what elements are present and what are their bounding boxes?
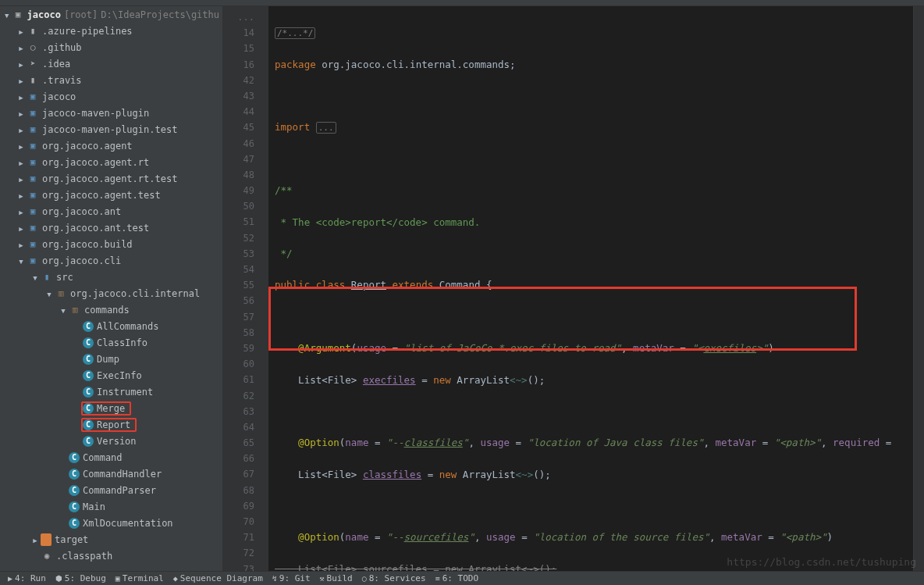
chevron-right-icon[interactable] bbox=[16, 223, 27, 234]
chevron-right-icon[interactable] bbox=[16, 42, 27, 53]
project-tree[interactable]: ▣ jacoco [root] D:\IdeaProjects\githu ▮.… bbox=[0, 6, 223, 571]
chevron-down-icon[interactable] bbox=[16, 255, 27, 266]
tree-item-command[interactable]: CCommand bbox=[0, 449, 222, 466]
chevron-down-icon[interactable] bbox=[58, 305, 69, 316]
tree-item-allcommands[interactable]: CAllCommands bbox=[0, 318, 222, 334]
status-build[interactable]: ⚒Build bbox=[315, 572, 357, 585]
status-debug[interactable]: ⬢5: Debug bbox=[51, 572, 111, 585]
tree-label: target bbox=[55, 534, 88, 545]
chevron-right-icon[interactable] bbox=[16, 59, 27, 70]
line-number: 67 bbox=[223, 466, 254, 482]
tree-item-org-jacoco-ant[interactable]: ▣org.jacoco.ant bbox=[0, 203, 222, 219]
tree-item-src[interactable]: ▮src bbox=[0, 269, 222, 285]
chevron-right-icon[interactable] bbox=[16, 91, 27, 102]
tree-item-dump[interactable]: CDump bbox=[0, 351, 222, 367]
tree-label: org.jacoco.cli bbox=[42, 255, 121, 266]
tree-label: org.jacoco.agent.rt bbox=[42, 157, 149, 168]
chevron-down-icon[interactable] bbox=[44, 288, 55, 299]
tree-item--travis[interactable]: ▮.travis bbox=[0, 72, 222, 88]
status-sequence[interactable]: ◆Sequence Diagram bbox=[169, 572, 268, 585]
pkg-icon: ▥ bbox=[55, 287, 67, 300]
class-icon: C bbox=[83, 436, 94, 447]
code-editor[interactable]: ...1415164243444546474849505152535455565… bbox=[223, 6, 924, 571]
tree-root[interactable]: ▣ jacoco [root] D:\IdeaProjects\githu bbox=[0, 6, 222, 23]
tree-item-version[interactable]: CVersion bbox=[0, 433, 222, 449]
line-number: 68 bbox=[223, 483, 254, 498]
status-terminal[interactable]: ▣Terminal bbox=[111, 572, 169, 585]
tree-item-merge[interactable]: CMerge bbox=[0, 400, 222, 416]
tree-item-commandparser[interactable]: CCommandParser bbox=[0, 482, 222, 498]
tree-item-classinfo[interactable]: CClassInfo bbox=[0, 334, 222, 351]
tree-item-org-jacoco-agent-test[interactable]: ▣org.jacoco.agent.test bbox=[0, 187, 222, 203]
line-number: 55 bbox=[223, 277, 254, 293]
chevron-right-icon[interactable] bbox=[30, 534, 41, 545]
chevron-right-icon[interactable] bbox=[16, 157, 27, 168]
gutter: ...1415164243444546474849505152535455565… bbox=[223, 6, 268, 571]
tree-item-org-jacoco-agent[interactable]: ▣org.jacoco.agent bbox=[0, 137, 222, 154]
chevron-right-icon[interactable] bbox=[16, 108, 27, 119]
chevron-right-icon[interactable] bbox=[16, 173, 27, 184]
tree-item--github[interactable]: ◯.github bbox=[0, 39, 222, 55]
tree-item--idea[interactable]: ➤.idea bbox=[0, 55, 222, 72]
tree-item-org-jacoco-agent-rt-test[interactable]: ▣org.jacoco.agent.rt.test bbox=[0, 170, 222, 187]
chevron-right-icon[interactable] bbox=[16, 206, 27, 217]
status-run[interactable]: ▶4: Run bbox=[3, 572, 51, 585]
chevron-right-icon[interactable] bbox=[16, 190, 27, 201]
chevron-right-icon[interactable] bbox=[16, 239, 27, 250]
chevron-right-icon[interactable] bbox=[16, 141, 27, 152]
tree-item-report[interactable]: CReport bbox=[0, 416, 222, 433]
chevron-right-icon[interactable] bbox=[16, 75, 27, 86]
line-number: 56 bbox=[223, 293, 254, 309]
root-tag: [root] bbox=[64, 9, 98, 20]
tree-item-org-jacoco-cli[interactable]: ▣org.jacoco.cli bbox=[0, 252, 222, 269]
chevron-down-icon[interactable] bbox=[30, 272, 41, 283]
chevron-down-icon[interactable] bbox=[2, 9, 12, 20]
line-number: 51 bbox=[223, 214, 254, 230]
tree-item-target[interactable]: target bbox=[0, 531, 222, 548]
status-git[interactable]: ↯9: Git bbox=[268, 572, 315, 585]
tree-label: Command bbox=[83, 452, 123, 463]
chevron-right-icon[interactable] bbox=[16, 124, 27, 135]
tree-label: org.jacoco.cli.internal bbox=[70, 288, 200, 299]
tree-item-org-jacoco-agent-rt[interactable]: ▣org.jacoco.agent.rt bbox=[0, 154, 222, 170]
tree-item-main[interactable]: CMain bbox=[0, 498, 222, 515]
status-bar: ▶4: Run ⬢5: Debug ▣Terminal ◆Sequence Di… bbox=[0, 571, 924, 585]
line-number: 15 bbox=[223, 41, 254, 56]
line-number: 48 bbox=[223, 167, 254, 183]
code-content[interactable]: /*...*/ package org.jacoco.cli.internal.… bbox=[268, 6, 913, 571]
line-number: ... bbox=[223, 9, 254, 25]
line-number: 58 bbox=[223, 325, 254, 341]
tree-item-org-jacoco-cli-internal[interactable]: ▥org.jacoco.cli.internal bbox=[0, 285, 222, 301]
line-number: 47 bbox=[223, 152, 254, 167]
tree-label: .github bbox=[42, 42, 82, 53]
tree-label: .idea bbox=[42, 59, 70, 70]
idea-icon: ➤ bbox=[27, 58, 39, 70]
module-icon: ▣ bbox=[27, 189, 39, 202]
tree-item--azure-pipelines[interactable]: ▮.azure-pipelines bbox=[0, 23, 222, 39]
tree-item-commands[interactable]: ▥commands bbox=[0, 301, 222, 318]
tree-item-execinfo[interactable]: CExecInfo bbox=[0, 367, 222, 383]
highlighted-item: CReport bbox=[81, 418, 137, 432]
tree-label: Instrument bbox=[97, 387, 153, 398]
tree-item-org-jacoco-ant-test[interactable]: ▣org.jacoco.ant.test bbox=[0, 219, 222, 236]
status-todo[interactable]: ≡6: TODO bbox=[431, 572, 483, 585]
status-services[interactable]: ◯8: Services bbox=[357, 572, 431, 585]
class-icon: C bbox=[83, 419, 94, 430]
line-number: 72 bbox=[223, 545, 254, 561]
minimap[interactable] bbox=[913, 6, 924, 571]
tree-item-org-jacoco-build[interactable]: ▣org.jacoco.build bbox=[0, 236, 222, 252]
line-number: 52 bbox=[223, 230, 254, 246]
chevron-right-icon[interactable] bbox=[16, 26, 27, 37]
tree-item-xmldocumentation[interactable]: CXmlDocumentation bbox=[0, 515, 222, 531]
tree-item-instrument[interactable]: CInstrument bbox=[0, 383, 222, 400]
class-icon: C bbox=[69, 518, 80, 529]
tree-item--classpath[interactable]: ◉.classpath bbox=[0, 548, 222, 564]
tree-label: .classpath bbox=[56, 551, 112, 562]
src-icon: ▮ bbox=[41, 271, 53, 284]
tree-item-jacoco-maven-plugin[interactable]: ▣jacoco-maven-plugin bbox=[0, 105, 222, 121]
tree-item-jacoco-maven-plugin-test[interactable]: ▣jacoco-maven-plugin.test bbox=[0, 121, 222, 137]
tree-item-commandhandler[interactable]: CCommandHandler bbox=[0, 466, 222, 482]
module-icon: ▣ bbox=[27, 91, 39, 103]
line-number: 60 bbox=[223, 356, 254, 372]
tree-item-jacoco[interactable]: ▣jacoco bbox=[0, 88, 222, 105]
